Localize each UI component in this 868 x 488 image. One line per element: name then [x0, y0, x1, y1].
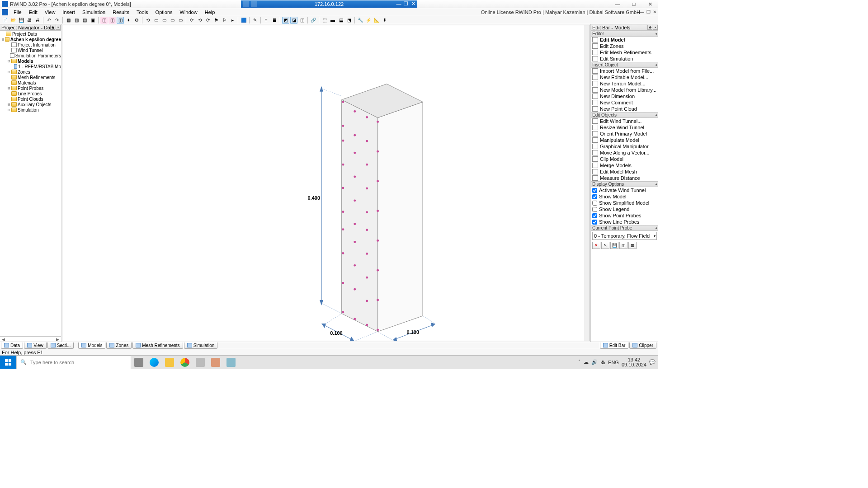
remote-close-icon[interactable]: ✕: [410, 1, 416, 7]
edit-bar-item[interactable]: Import Model from File...: [591, 68, 658, 74]
menu-file[interactable]: File: [10, 9, 25, 15]
chrome-icon[interactable]: [177, 356, 193, 369]
menu-help[interactable]: Help: [201, 9, 219, 15]
bottom-tab[interactable]: Data: [1, 343, 23, 349]
redo-icon[interactable]: ↷: [53, 17, 61, 24]
edit-bar-item[interactable]: Orient Primary Model: [591, 131, 658, 137]
tree-item[interactable]: ⊟Models: [0, 58, 61, 64]
section-header[interactable]: Edit Objects◂: [591, 112, 658, 118]
edit-bar-item[interactable]: Activate Wind Tunnel: [591, 187, 658, 193]
refresh-icon[interactable]: ⟲: [144, 17, 151, 24]
star-icon[interactable]: ✦: [125, 17, 132, 24]
edit-bar-item[interactable]: Measure Distance: [591, 175, 658, 181]
link-icon[interactable]: 🔗: [310, 17, 317, 24]
edit-bar-item[interactable]: Manipulate Model: [591, 137, 658, 143]
app-menu-icon[interactable]: [2, 9, 8, 15]
edit-bar-item[interactable]: Show Point Probes: [591, 212, 658, 219]
edit-bar-item[interactable]: Move Along a Vector...: [591, 150, 658, 156]
editbar-close-icon[interactable]: ×: [653, 25, 658, 30]
grid1-icon[interactable]: ▦: [65, 17, 72, 24]
menu-view[interactable]: View: [41, 9, 59, 15]
section-header[interactable]: Current Point Probe◂: [591, 225, 658, 231]
tray-cloud-icon[interactable]: ☁: [584, 359, 589, 365]
edit-bar-item[interactable]: New Terrain Model...: [591, 80, 658, 87]
sel1-icon[interactable]: ◩: [282, 17, 289, 24]
section-header[interactable]: Insert Object◂: [591, 62, 658, 68]
editbar-pin-icon[interactable]: ⬘: [647, 25, 652, 30]
grid3-icon[interactable]: ▤: [81, 17, 88, 24]
bottom-tab[interactable]: Edit Bar: [600, 343, 629, 349]
bottom-tab[interactable]: Simulation: [184, 343, 218, 349]
tree-item[interactable]: Mesh Refinements: [0, 75, 61, 80]
task-view-icon[interactable]: [131, 356, 146, 369]
edit-bar-item[interactable]: Graphical Manipulator: [591, 143, 658, 150]
bottom-tab[interactable]: View: [24, 343, 47, 349]
project-tree[interactable]: Project Data⊟Achen k epsilon degreeProje…: [0, 31, 61, 336]
menu-options[interactable]: Options: [152, 9, 176, 15]
section-header[interactable]: Display Options◂: [591, 181, 658, 187]
edit-bar-item[interactable]: Merge Models: [591, 162, 658, 169]
tree-item[interactable]: 1 - RFEM/RSTAB Mo: [0, 64, 61, 69]
remote-restore-icon[interactable]: ❐: [403, 1, 409, 7]
edit-bar-item[interactable]: New Dimension: [591, 93, 658, 99]
edge-icon[interactable]: [146, 356, 162, 369]
edit-bar-item[interactable]: Edit Zones: [591, 43, 658, 49]
bottom-tab[interactable]: Clipper: [629, 343, 656, 349]
tree-item[interactable]: ⊞Auxiliary Objects: [0, 102, 61, 107]
tree-item[interactable]: Materials: [0, 80, 61, 85]
print-icon[interactable]: 🖨: [34, 17, 41, 24]
minimize-button[interactable]: —: [609, 0, 626, 8]
tray-network-icon[interactable]: 🖧: [600, 360, 605, 365]
view1-icon[interactable]: ◫: [100, 17, 108, 24]
tree-item[interactable]: ⊞Point Probes: [0, 85, 61, 91]
probe-tool-2[interactable]: 💾: [610, 242, 618, 249]
tree-item[interactable]: Line Probes: [0, 91, 61, 96]
undo-icon[interactable]: ↶: [45, 17, 52, 24]
app1-icon[interactable]: [193, 356, 208, 369]
edit-bar-item[interactable]: New Point Cloud: [591, 106, 658, 112]
bottom-tab[interactable]: Secti...: [47, 343, 74, 349]
signal-icon[interactable]: [251, 1, 257, 7]
bottom-tab[interactable]: Mesh Refinements: [132, 343, 183, 349]
win2-icon[interactable]: ▭: [160, 17, 168, 24]
checkbox[interactable]: [592, 207, 597, 212]
tray-clock[interactable]: 13:42 09.10.2024: [622, 357, 646, 367]
save-icon[interactable]: 💾: [18, 17, 25, 24]
tree-item[interactable]: Point Clouds: [0, 96, 61, 102]
win4-icon[interactable]: ▭: [177, 17, 184, 24]
edit-bar-item[interactable]: New Model from Library...: [591, 87, 658, 93]
remote-minimize-icon[interactable]: —: [396, 1, 402, 7]
edit-bar-item[interactable]: Show Line Probes: [591, 219, 658, 225]
edit-bar-item[interactable]: New Editable Model...: [591, 74, 658, 80]
mdi-close-icon[interactable]: ✕: [652, 9, 657, 14]
checkbox[interactable]: [592, 188, 597, 193]
edit-bar-item[interactable]: Edit Simulation: [591, 56, 658, 62]
maximize-button[interactable]: □: [626, 0, 642, 8]
tray-volume-icon[interactable]: 🔊: [591, 359, 598, 365]
t1-icon[interactable]: 🔧: [357, 17, 364, 24]
t4-icon[interactable]: ⬇: [381, 17, 388, 24]
arrow-icon[interactable]: ▸: [229, 17, 236, 24]
rot1-icon[interactable]: ⟳: [188, 17, 195, 24]
bottom-tab[interactable]: Zones: [106, 343, 132, 349]
tree-item[interactable]: Project Information: [0, 42, 61, 47]
menu-simulation[interactable]: Simulation: [79, 9, 109, 15]
checkbox[interactable]: [592, 194, 597, 199]
tree-item[interactable]: Wind Tunnel: [0, 47, 61, 53]
menu-results[interactable]: Results: [109, 9, 133, 15]
flag2-icon[interactable]: ⚐: [221, 17, 228, 24]
edit-bar-item[interactable]: New Comment: [591, 99, 658, 106]
rot2-icon[interactable]: ⟲: [196, 17, 203, 24]
tray-notifications-icon[interactable]: 💬: [649, 359, 656, 365]
menu-tools[interactable]: Tools: [133, 9, 152, 15]
edit-bar-item[interactable]: Edit Wind Tunnel...: [591, 118, 658, 124]
start-button[interactable]: [0, 356, 16, 369]
app3-icon[interactable]: [223, 356, 239, 369]
open-icon[interactable]: 📂: [9, 17, 17, 24]
grid2-icon[interactable]: ▥: [73, 17, 80, 24]
sel2-icon[interactable]: ◪: [290, 17, 297, 24]
explorer-icon[interactable]: [162, 356, 177, 369]
checkbox[interactable]: [592, 220, 597, 225]
panel-close-icon[interactable]: ×: [56, 25, 61, 30]
tree-item[interactable]: ⊞Zones: [0, 69, 61, 75]
